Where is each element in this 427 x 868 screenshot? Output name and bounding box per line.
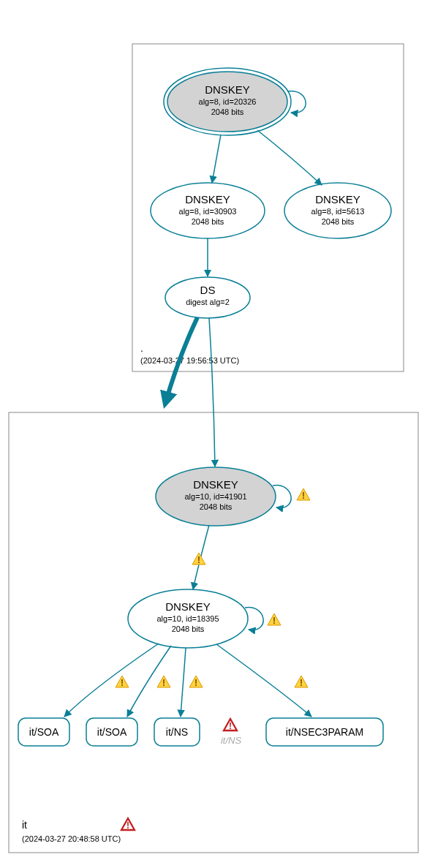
warn-soa2-icon <box>157 676 170 688</box>
node-root-other[interactable]: DNSKEY alg=8, id=5613 2048 bits <box>284 183 391 238</box>
zone-it-error-icon <box>121 818 135 831</box>
warn-nsec3-icon <box>295 676 308 688</box>
zone-root-label: . <box>140 342 143 354</box>
root-zsk-bits: 2048 bits <box>192 217 224 226</box>
node-it-zsk[interactable]: DNSKEY alg=10, id=18395 2048 bits <box>128 589 248 648</box>
node-rr-nsec3param[interactable]: it/NSEC3PARAM <box>266 718 383 746</box>
zone-it-label: it <box>22 819 27 831</box>
it-ksk-bits: 2048 bits <box>200 502 233 511</box>
it-zsk-title: DNSKEY <box>165 600 211 613</box>
edge-itzsk-to-nsec3 <box>216 644 311 717</box>
edge-rootksk-to-rootother <box>257 130 322 185</box>
root-ds-alg: digest alg=2 <box>186 298 230 306</box>
root-zsk-title: DNSKEY <box>185 193 230 205</box>
warn-ns-icon <box>189 676 203 688</box>
it-ksk-alg: alg=10, id=41901 <box>184 492 246 501</box>
rr-soa1-label: it/SOA <box>29 726 59 738</box>
rr-ns-label: it/NS <box>166 726 188 738</box>
edge-ds-to-itksk <box>209 318 215 467</box>
root-other-bits: 2048 bits <box>322 217 355 226</box>
node-root-ds[interactable]: DS digest alg=2 <box>165 277 250 318</box>
edge-itzsk-to-ns <box>181 648 186 717</box>
warn-it-zsk-self-icon <box>268 614 281 626</box>
it-ksk-title: DNSKEY <box>193 478 238 491</box>
edge-itzsk-to-soa1 <box>64 644 159 717</box>
root-other-title: DNSKEY <box>315 193 360 205</box>
root-ds-title: DS <box>200 284 216 296</box>
node-rr-soa1[interactable]: it/SOA <box>18 718 69 746</box>
root-ksk-alg: alg=8, id=20326 <box>199 97 257 106</box>
rr-nsec3-label: it/NSEC3PARAM <box>286 726 363 738</box>
it-zsk-bits: 2048 bits <box>172 624 205 633</box>
rr-soa2-label: it/SOA <box>97 726 127 738</box>
node-root-zsk[interactable]: DNSKEY alg=8, id=30903 2048 bits <box>151 183 265 238</box>
root-zsk-alg: alg=8, id=30903 <box>179 207 237 216</box>
node-root-ksk[interactable]: DNSKEY alg=8, id=20326 2048 bits <box>164 68 291 135</box>
node-rr-ns[interactable]: it/NS <box>154 718 200 746</box>
edge-rootksk-to-rootzsk <box>212 135 221 183</box>
warn-it-ksk-self-icon <box>297 488 310 501</box>
rr-ns-gray-label: it/NS <box>221 735 242 746</box>
node-it-ksk[interactable]: DNSKEY alg=10, id=41901 2048 bits <box>156 467 276 526</box>
root-ksk-title: DNSKEY <box>205 83 250 96</box>
node-rr-ns-gray: it/NS <box>221 719 242 746</box>
it-zsk-alg: alg=10, id=18395 <box>156 614 219 623</box>
zone-it-timestamp: (2024-03-27 20:48:58 UTC) <box>22 834 121 843</box>
warn-itksk-to-itzsk-icon <box>192 553 205 565</box>
root-ksk-bits: 2048 bits <box>211 107 244 116</box>
zone-root-timestamp: (2024-03-27 19:56:53 UTC) <box>140 356 239 365</box>
warn-soa1-icon <box>116 676 129 688</box>
rr-ns-gray-error-icon <box>224 719 237 731</box>
root-other-alg: alg=8, id=5613 <box>311 207 365 216</box>
node-rr-soa2[interactable]: it/SOA <box>86 718 137 746</box>
